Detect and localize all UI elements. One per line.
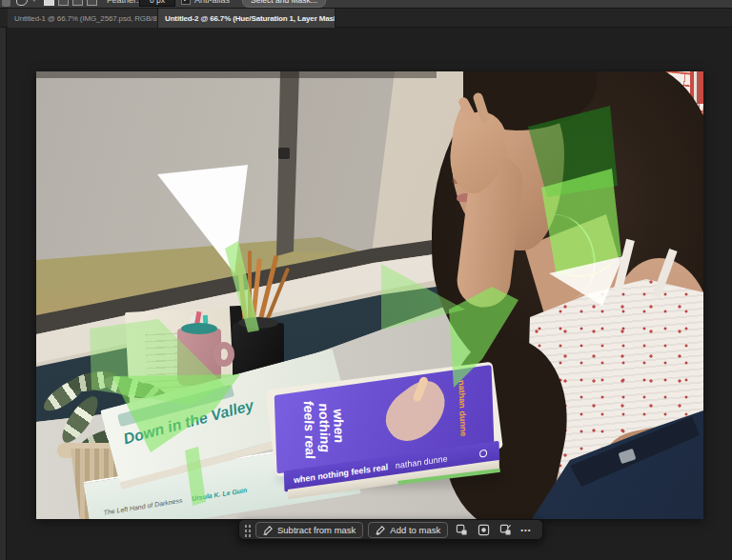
invert-mask-icon [456,524,468,536]
add-selection-mode-icon[interactable] [58,0,69,9]
subtract-from-mask-label: Subtract from mask [277,525,356,535]
tools-panel-edge [0,28,7,560]
anti-alias-checkbox[interactable]: ✓ [181,0,191,9]
feather-label: Feather: [107,0,139,9]
subtract-from-mask-button[interactable]: Subtract from mask [255,522,363,538]
more-options-button[interactable]: ••• [518,526,533,534]
mug-interior [181,323,217,334]
add-to-mask-label: Add to mask [390,525,440,535]
apply-mask-icon [499,524,512,536]
brush-minus-icon [263,525,274,535]
mug-handle [214,342,234,367]
lasso-tool-icon[interactable] [16,0,28,9]
document-tab-bar: Untitled-1 @ 66.7% (IMG_2567.psd, RGB/8*… [0,9,732,28]
cover-author: nathan dunne [434,376,491,441]
chevron-down-icon[interactable]: ▾ [32,0,36,9]
window-latch [278,148,290,159]
drag-handle[interactable] [243,523,251,537]
photoshop-window: ▾ Feather: 0 px ✓ Anti-alias Select and … [0,0,732,560]
tab-label: Untitled-2 @ 66.7% (Hue/Saturation 1, La… [165,14,336,23]
tool-preset-icon[interactable] [2,0,10,9]
add-to-mask-button[interactable]: Add to mask [368,522,448,538]
cover-title: when nothing feels real [286,386,362,470]
options-bar: ▾ Feather: 0 px ✓ Anti-alias Select and … [0,0,732,9]
new-selection-mode-icon[interactable] [44,0,54,9]
bottom-book-title: The Left Hand of Darkness [103,497,183,516]
invert-mask-button[interactable] [453,522,470,538]
anti-alias-label: Anti-alias [194,0,230,9]
photo-canvas[interactable]: The Left Hand of Darkness Ursula K. Le G… [36,71,703,519]
select-subject-button[interactable] [475,522,492,538]
apply-mask-button[interactable] [497,522,514,538]
feather-input[interactable]: 0 px [139,0,175,9]
subtract-selection-mode-icon[interactable] [72,0,83,9]
tab-untitled-2[interactable]: Untitled-2 @ 66.7% (Hue/Saturation 1, La… [158,9,336,28]
select-subject-icon [478,524,490,536]
brush-plus-icon [376,525,386,535]
tab-untitled-1[interactable]: Untitled-1 @ 66.7% (IMG_2567.psd, RGB/8*… [8,9,158,28]
publisher-logo-icon [479,450,487,458]
contextual-task-bar: Subtract from mask Add to mask [238,519,543,540]
cover-title-line2: feels real [300,391,317,469]
select-and-mask-button[interactable]: Select and Mask... [242,0,326,9]
intersect-selection-mode-icon[interactable] [87,0,97,9]
cover-title-line1: when nothing [315,388,347,467]
tab-label: Untitled-1 @ 66.7% (IMG_2567.psd, RGB/8*… [14,14,158,23]
